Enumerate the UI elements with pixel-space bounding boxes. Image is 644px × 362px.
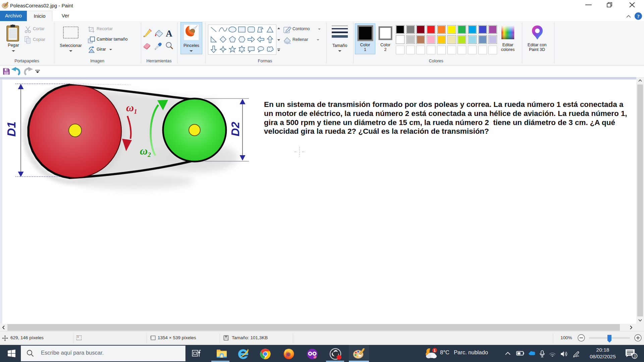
svg-text:1: 1: [434, 349, 436, 353]
svg-text:D1: D1: [5, 122, 18, 137]
svg-text:A: A: [166, 28, 172, 39]
svg-text:3: 3: [634, 354, 636, 359]
svg-text:?: ?: [637, 14, 640, 19]
svg-text:1: 1: [150, 336, 152, 339]
svg-text:D2: D2: [229, 122, 241, 136]
